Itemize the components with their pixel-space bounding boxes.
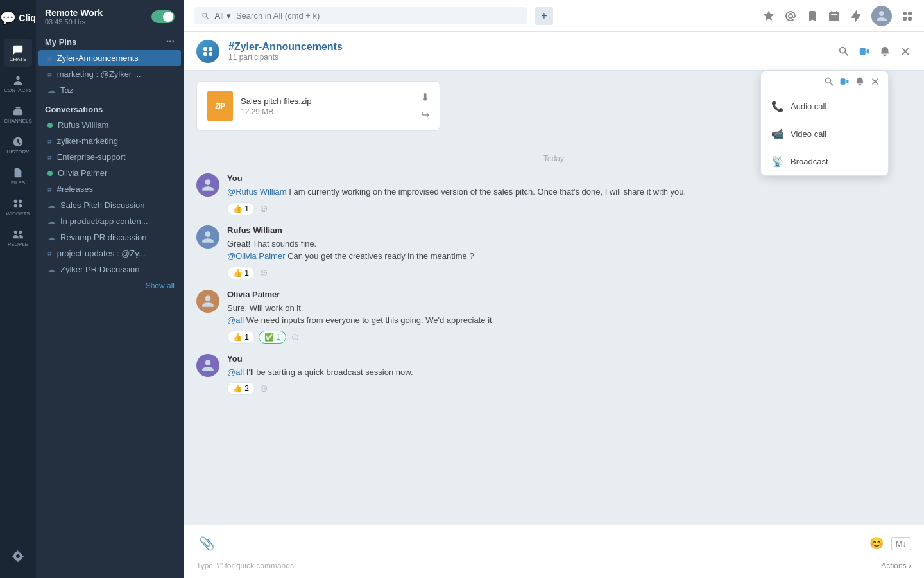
nav-item-contacts[interactable]: CONTACTS (4, 69, 32, 98)
sidebar-item-zylker-marketing[interactable]: # zylker-marketing (38, 133, 181, 149)
actions-label[interactable]: Actions › (881, 561, 911, 570)
sidebar-item-label: Rufus William (58, 120, 108, 130)
nav-item-channels[interactable]: CHANNELS (4, 100, 32, 128)
sidebar-item-releases[interactable]: # #releases (38, 181, 181, 197)
attach-button[interactable]: 📎 (196, 533, 217, 554)
search-filter[interactable]: All ▾ (214, 11, 230, 21)
show-all-button[interactable]: Show all (36, 277, 184, 294)
sidebar-item-label: Enterprise-support (57, 152, 126, 162)
search-channel-icon[interactable] (838, 46, 850, 57)
pins-header: My Pins ··· (36, 31, 184, 50)
channel-info: #Zyler-Announcements 11 participants (228, 41, 343, 62)
sidebar-item-label: Sales Pitch Discussion (60, 200, 145, 210)
reaction-check[interactable]: ✅ 1 (259, 331, 286, 344)
bookmark-icon[interactable] (806, 10, 819, 22)
dropdown-video-icon[interactable] (839, 76, 850, 87)
sidebar-item-sales-pitch[interactable]: ☁ Sales Pitch Discussion (38, 197, 181, 213)
sidebar-item-label: Zylker PR Discussion (60, 265, 140, 274)
bell-icon[interactable] (879, 46, 891, 57)
thread-icon: ☁ (47, 201, 55, 210)
mention: @Olivia Palmer (227, 251, 286, 261)
sidebar-item-rufus[interactable]: Rufus William (38, 117, 181, 133)
sidebar-item-product-app[interactable]: ☁ In product/app conten... (38, 213, 181, 229)
sidebar-item-revamp-pr[interactable]: ☁ Revamp PR discussion (38, 229, 181, 245)
dropdown-bell-icon[interactable] (855, 76, 865, 87)
main-content: All ▾ + #Zyler-Announcements 11 particip… (184, 0, 924, 578)
sidebar-item-taz[interactable]: ☁ Taz (38, 82, 181, 98)
hash-icon: # (47, 70, 52, 79)
sidebar-item-olivia[interactable]: Olivia Palmer (38, 165, 181, 181)
reaction-thumbs-up[interactable]: 👍 1 (227, 331, 255, 344)
online-indicator (47, 123, 53, 128)
sidebar-item-marketing[interactable]: # marketing : @Zylker ... (38, 66, 181, 82)
message-reactions: 👍 1 ☺ (227, 267, 911, 279)
search-area: All ▾ (194, 7, 527, 24)
broadcast-option[interactable]: 📡 Broadcast (761, 148, 888, 175)
nav-item-chats[interactable]: CHATS (4, 39, 32, 67)
audio-call-option[interactable]: 📞 Audio call (761, 92, 888, 120)
broadcast-label: Broadcast (791, 157, 828, 166)
avatar (196, 225, 219, 249)
attachment-actions: ⬇ ↪ (421, 91, 429, 121)
message-body: @all I'll be starting a quick broadcast … (227, 366, 911, 379)
add-search-button[interactable]: + (535, 7, 553, 25)
mention: @all (227, 315, 244, 325)
video-call-label: Video call (791, 129, 826, 139)
mention-icon[interactable] (784, 10, 797, 22)
close-channel-icon[interactable] (900, 46, 911, 57)
sidebar-item-zyler-announcements[interactable]: # Zyler-Announcements (38, 50, 181, 66)
video-call-option[interactable]: 📹 Video call (761, 120, 888, 148)
file-size: 12.29 MB (241, 107, 312, 116)
calendar-icon[interactable] (828, 10, 841, 22)
status-toggle[interactable] (151, 10, 175, 23)
nav-item-files[interactable]: FILES (4, 162, 32, 190)
bolt-icon[interactable] (850, 10, 862, 22)
add-reaction-button[interactable]: ☺ (259, 383, 269, 394)
nav-item-history[interactable]: HISTORY (4, 131, 32, 159)
sidebar-item-zylker-pr[interactable]: ☁ Zylker PR Discussion (38, 261, 181, 277)
reaction-thumbs-up[interactable]: 👍 1 (227, 267, 255, 279)
message-reactions: 👍 2 ☺ (227, 382, 911, 395)
sidebar-item-enterprise-support[interactable]: # Enterprise-support (38, 149, 181, 165)
nav-item-widgets[interactable]: WIDGETS (4, 193, 32, 221)
thread-icon: ☁ (47, 233, 55, 242)
reaction-thumbs-up[interactable]: 👍 2 (227, 382, 255, 395)
user-avatar[interactable] (871, 6, 892, 26)
add-reaction-button[interactable]: ☺ (259, 203, 269, 215)
input-right-actions: 😊 M↓ (869, 536, 911, 550)
share-icon[interactable]: ↪ (421, 109, 429, 121)
channel-header-actions (838, 46, 911, 57)
sidebar-item-project-updates[interactable]: # project-updates : @Zy... (38, 245, 181, 261)
message-row: Rufus William Great! That sounds fine. @… (196, 225, 911, 279)
message-input-placeholder (217, 541, 869, 546)
settings-icon[interactable] (4, 542, 32, 570)
add-reaction-button[interactable]: ☺ (259, 267, 269, 279)
dropdown-close-icon[interactable] (870, 76, 880, 87)
nav-rail: 💬 Cliq CHATS CONTACTS CHANNELS HISTORY F… (0, 0, 36, 578)
emoji-button[interactable]: 😊 (869, 536, 884, 550)
nav-item-people[interactable]: PEOPLE (4, 223, 32, 252)
sidebar-header: Remote Work 03:45:59 Hrs (36, 0, 184, 31)
message-body: Great! That sounds fine. @Olivia Palmer … (227, 238, 911, 263)
dropdown-search-icon[interactable] (824, 76, 834, 87)
sidebar-item-label: Taz (60, 85, 73, 95)
bot-icon: ☁ (47, 86, 55, 95)
message-content: You @all I'll be starting a quick broadc… (227, 354, 911, 396)
message-row: Olivia Palmer Sure. Will work on it. @al… (196, 290, 911, 344)
mention: @all (227, 367, 244, 377)
video-call-icon[interactable] (859, 46, 870, 57)
message-body: Sure. Will work on it. @all We need inpu… (227, 302, 911, 327)
pins-menu-button[interactable]: ··· (166, 36, 175, 48)
star-icon[interactable] (762, 10, 775, 22)
download-icon[interactable]: ⬇ (421, 91, 429, 103)
add-reaction-button[interactable]: ☺ (290, 331, 300, 343)
broadcast-icon: 📡 (771, 155, 784, 168)
search-input[interactable] (236, 11, 520, 21)
markdown-button[interactable]: M↓ (891, 537, 911, 550)
message-row: You @Rufus William I am currently workin… (196, 173, 911, 215)
channel-avatar (196, 40, 219, 63)
file-name: Sales pitch files.zip (241, 96, 312, 106)
input-toolbar: 📎 😊 M↓ (196, 533, 911, 554)
reaction-thumbs-up[interactable]: 👍 1 (227, 202, 255, 215)
grid-icon[interactable] (901, 10, 914, 22)
